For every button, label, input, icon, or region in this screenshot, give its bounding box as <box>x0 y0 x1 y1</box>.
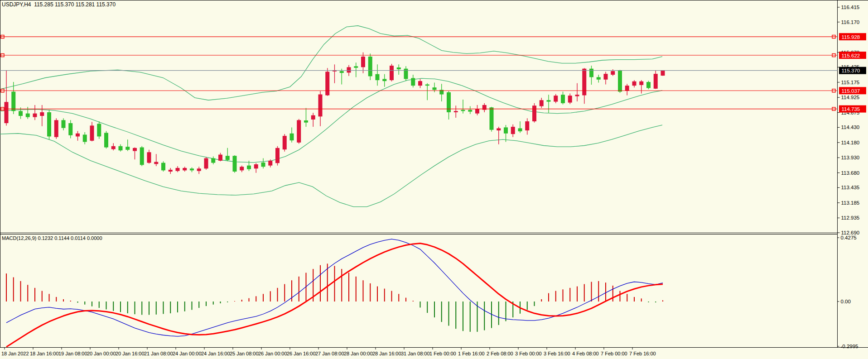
macd-histogram-bar <box>569 288 570 302</box>
price-tick-label: 115.175 <box>841 80 860 85</box>
macd-histogram-bar <box>441 302 442 322</box>
candle-body <box>261 163 265 167</box>
candle-body <box>490 107 494 129</box>
macd-histogram-bar <box>213 302 214 305</box>
macd-histogram-bar <box>327 263 328 302</box>
macd-histogram-bar <box>555 291 556 302</box>
macd-histogram-bar <box>655 302 656 302</box>
macd-histogram-bar <box>42 291 43 302</box>
macd-histogram-bar <box>263 294 264 302</box>
candle-body <box>190 168 194 170</box>
candle-body <box>62 120 66 128</box>
macd-histogram-bar <box>149 302 149 315</box>
candle <box>646 81 651 89</box>
current-box-label: 115.370 <box>842 68 860 73</box>
price-tick-label: 113.930 <box>841 155 860 160</box>
candle-body <box>376 74 380 80</box>
candle-body <box>661 71 665 76</box>
candle-body <box>511 127 515 134</box>
candle <box>297 119 301 144</box>
candle-body <box>425 84 429 86</box>
candle-body <box>97 124 101 136</box>
candle-body <box>625 86 629 91</box>
candle-body <box>183 168 187 170</box>
candle-body <box>290 134 294 140</box>
macd-histogram-bar <box>463 302 463 331</box>
candle-body <box>169 170 173 172</box>
candle <box>161 161 165 172</box>
macd-histogram-bar <box>448 302 449 326</box>
candle-body <box>254 164 258 168</box>
candle <box>204 157 208 170</box>
candle-body <box>68 123 72 135</box>
hline-price-box[interactable]: 115.622 <box>839 52 866 59</box>
candle-body <box>554 96 558 101</box>
chart-canvas[interactable]: 116.415116.170115.670115.425115.175114.9… <box>0 0 868 359</box>
price-box-label: 115.037 <box>842 88 860 94</box>
hline-price-box[interactable]: 115.037 <box>839 87 866 94</box>
candle-body <box>639 81 643 85</box>
macd-tick-label: 0.4275 <box>841 235 857 240</box>
macd-histogram-bar <box>299 277 299 302</box>
candle-body <box>26 114 30 117</box>
candle-body <box>275 148 280 163</box>
candle-body <box>497 128 501 130</box>
macd-histogram-bar <box>648 302 649 302</box>
candle-body <box>325 72 329 95</box>
time-tick-label: 20 Jan 16:00 <box>116 351 145 356</box>
macd-histogram-bar <box>170 302 171 313</box>
price-tick-label: 113.185 <box>841 200 860 206</box>
candle-body <box>532 105 536 121</box>
candle-body <box>83 134 87 142</box>
candle-body <box>47 112 51 136</box>
macd-histogram-bar <box>612 286 613 302</box>
macd-histogram-bar <box>563 289 564 302</box>
macd-histogram-bar <box>106 302 107 309</box>
time-tick-label: 31 Jan 08:00 <box>401 351 430 356</box>
candle <box>368 53 372 80</box>
macd-histogram-bar <box>256 296 256 302</box>
macd-histogram-bar <box>384 289 385 302</box>
macd-histogram-bar <box>577 287 578 302</box>
hline-price-box[interactable]: 115.928 <box>839 33 866 40</box>
hline-price-box[interactable]: 114.735 <box>839 105 866 113</box>
price-tick-label: 114.430 <box>841 124 860 130</box>
macd-histogram-bar <box>127 302 128 313</box>
macd-histogram-bar <box>77 302 78 303</box>
macd-histogram-bar <box>20 281 21 302</box>
macd-histogram-bar <box>598 281 599 302</box>
candle-body <box>11 92 15 111</box>
macd-histogram-bar <box>377 287 378 302</box>
macd-histogram-bar <box>163 302 164 314</box>
time-tick-label: 28 Jan 16:00 <box>372 351 401 356</box>
macd-histogram-bar <box>334 266 335 302</box>
price-tick-label: 112.935 <box>841 215 860 220</box>
candle <box>47 110 51 140</box>
macd-histogram-bar <box>641 298 642 302</box>
candle-body <box>311 115 315 120</box>
candle-body <box>611 71 615 75</box>
candle-body <box>540 100 544 106</box>
macd-histogram-bar <box>398 294 399 302</box>
macd-histogram-bar <box>227 302 228 302</box>
candle-body <box>361 57 365 67</box>
candle-body <box>368 57 372 76</box>
candle-body <box>447 92 451 112</box>
candle-body <box>632 81 637 86</box>
time-tick-label: 4 Feb 08:00 <box>572 351 599 356</box>
price-box-label: 115.622 <box>842 53 860 58</box>
candle <box>140 146 144 166</box>
macd-histogram-bar <box>113 302 114 311</box>
macd-histogram-bar <box>413 301 414 302</box>
candle-body <box>54 120 58 137</box>
symbol-timeframe-label: USDJPY,H4 <box>2 1 31 8</box>
candle-body <box>33 114 37 117</box>
time-tick-label: 20 Jan 00:00 <box>87 351 116 356</box>
macd-indicator-label: MACD(12,26,9) 0.1232 0.1144 0.0114 0.000… <box>2 235 102 241</box>
macd-histogram-bar <box>27 285 28 302</box>
macd-histogram-bar <box>498 302 499 325</box>
macd-histogram-bar <box>220 302 221 303</box>
candle <box>275 146 280 166</box>
candle-body <box>218 155 222 161</box>
macd-histogram-bar <box>434 302 435 317</box>
